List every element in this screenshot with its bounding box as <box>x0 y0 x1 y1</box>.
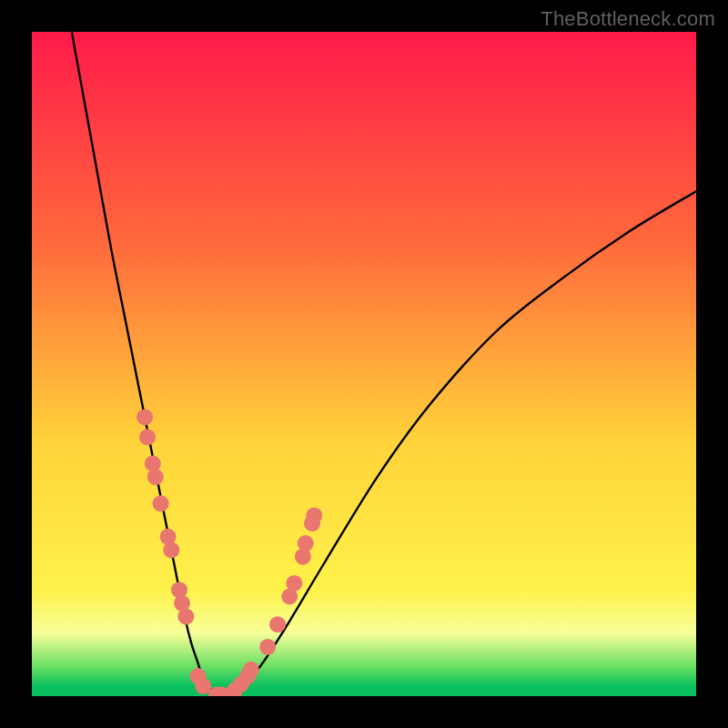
curve-marker <box>243 662 259 678</box>
watermark-text: TheBottleneck.com <box>541 7 715 31</box>
chart-frame: TheBottleneck.com <box>0 0 728 728</box>
curve-marker <box>139 429 156 445</box>
curve-marker <box>163 541 179 558</box>
curve-marker <box>306 507 322 523</box>
curve-marker <box>177 608 194 624</box>
curve-marker <box>147 469 164 485</box>
curve-marker <box>153 495 169 511</box>
curve-marker <box>136 409 153 425</box>
curve-marker <box>269 616 286 632</box>
curve-markers <box>136 409 322 696</box>
curve-layer <box>32 32 696 696</box>
curve-marker <box>286 575 302 592</box>
curve-marker <box>298 535 314 551</box>
bottleneck-curve <box>72 32 696 696</box>
plot-area <box>32 32 696 696</box>
curve-marker <box>259 639 276 655</box>
